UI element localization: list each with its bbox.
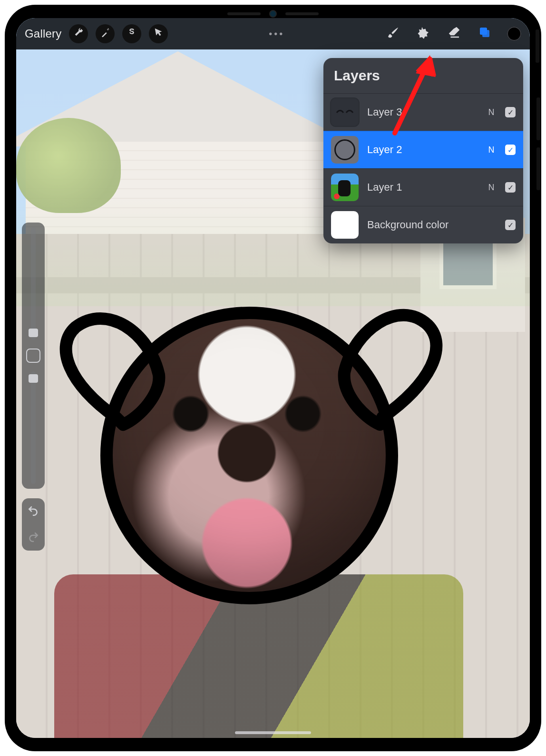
eraser-tool[interactable] bbox=[446, 26, 462, 42]
color-picker[interactable] bbox=[507, 27, 521, 41]
brush-size-slider[interactable] bbox=[31, 227, 36, 340]
device-power-button bbox=[536, 29, 539, 63]
layers-panel: Layers Layer 3 N ✓ Laye bbox=[323, 58, 523, 243]
undo-redo-dock bbox=[22, 498, 45, 551]
layer-visibility-checkbox[interactable]: ✓ bbox=[505, 220, 516, 230]
side-slider-dock bbox=[22, 223, 45, 489]
modify-button[interactable] bbox=[26, 349, 40, 363]
layer-blend-mode[interactable]: N bbox=[486, 107, 497, 117]
redo-button[interactable] bbox=[27, 531, 39, 545]
actions-button[interactable] bbox=[69, 24, 88, 43]
slider-handle[interactable] bbox=[29, 329, 38, 337]
add-layer-button[interactable] bbox=[497, 68, 513, 84]
canvas-traced-outline bbox=[40, 275, 468, 703]
slider-handle[interactable] bbox=[29, 374, 38, 383]
svg-rect-2 bbox=[482, 30, 489, 37]
layer-visibility-checkbox[interactable]: ✓ bbox=[505, 107, 516, 117]
home-indicator[interactable] bbox=[235, 731, 311, 734]
ipad-frame: Gallery bbox=[5, 5, 541, 751]
layer-thumbnail bbox=[331, 98, 359, 126]
top-toolbar: Gallery bbox=[16, 18, 530, 49]
cursor-icon bbox=[153, 27, 164, 40]
smudge-tool[interactable] bbox=[416, 26, 432, 42]
eraser-icon bbox=[447, 25, 461, 42]
screen: Gallery bbox=[16, 18, 530, 738]
layer-visibility-checkbox[interactable]: ✓ bbox=[505, 182, 516, 193]
layers-tool[interactable] bbox=[477, 26, 493, 42]
layer-name: Background color bbox=[367, 219, 478, 231]
paintbrush-icon bbox=[386, 25, 400, 42]
transform-button[interactable] bbox=[149, 24, 168, 43]
layer-row-layer3[interactable]: Layer 3 N ✓ bbox=[323, 93, 523, 131]
layer-thumbnail bbox=[331, 174, 359, 201]
gallery-button[interactable]: Gallery bbox=[25, 27, 61, 40]
brush-opacity-slider[interactable] bbox=[31, 371, 36, 484]
layers-icon bbox=[478, 25, 492, 42]
layer-thumbnail bbox=[331, 136, 359, 164]
undo-button[interactable] bbox=[27, 504, 39, 519]
selection-s-icon bbox=[127, 27, 137, 40]
layer-blend-mode[interactable]: N bbox=[486, 145, 497, 155]
selection-button[interactable] bbox=[122, 24, 141, 43]
layers-panel-title: Layers bbox=[334, 68, 380, 84]
brush-tool[interactable] bbox=[385, 26, 401, 42]
layer-row-layer1[interactable]: Layer 1 N ✓ bbox=[323, 168, 523, 206]
device-sensor-cluster bbox=[225, 11, 321, 16]
layer-thumbnail bbox=[331, 211, 359, 239]
layer-name: Layer 3 bbox=[367, 106, 478, 118]
magic-wand-icon bbox=[100, 27, 110, 40]
device-volume-up bbox=[536, 97, 540, 140]
wrench-icon bbox=[73, 27, 84, 40]
layer-blend-mode[interactable]: N bbox=[486, 183, 497, 193]
layer-visibility-checkbox[interactable]: ✓ bbox=[505, 145, 516, 155]
modify-menu-icon[interactable]: ••• bbox=[269, 29, 284, 39]
adjustments-button[interactable] bbox=[96, 24, 115, 43]
smudge-icon bbox=[417, 25, 431, 42]
layer-name: Layer 1 bbox=[367, 181, 478, 194]
device-volume-down bbox=[536, 147, 540, 190]
layer-row-background[interactable]: Background color ✓ bbox=[323, 206, 523, 243]
layer-name: Layer 2 bbox=[367, 144, 478, 156]
layer-row-layer2[interactable]: Layer 2 N ✓ bbox=[323, 131, 523, 168]
